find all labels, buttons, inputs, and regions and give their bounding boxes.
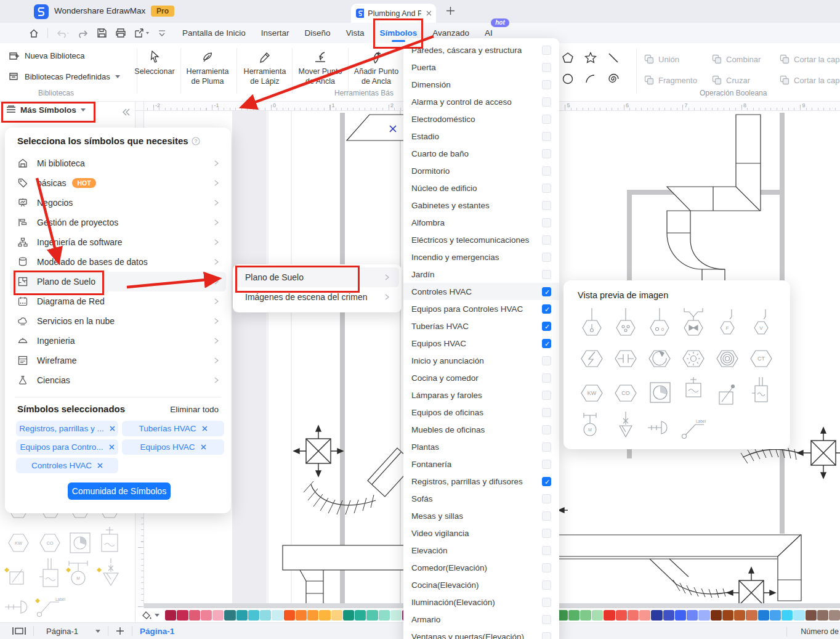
category-row[interactable]: Ventanas y puertas(Elevación) (403, 628, 559, 639)
category-checkbox[interactable] (542, 115, 551, 124)
category-row[interactable]: Incendio y emergencias (403, 248, 559, 266)
motor-starter-symbol[interactable]: M (578, 409, 606, 442)
category-row[interactable]: Equipos de oficinas (403, 404, 559, 421)
category-row[interactable]: Video vigilancia (403, 524, 559, 542)
color-swatch[interactable] (165, 610, 176, 621)
category-row[interactable]: Estadio (403, 128, 559, 145)
flow-sensor-symbol[interactable]: F (713, 306, 741, 339)
library-item-ciencias[interactable]: Ciencias (10, 370, 226, 390)
color-swatch[interactable] (331, 610, 342, 621)
selected-symbol-chip[interactable]: Controles HVAC (16, 458, 118, 473)
color-swatch[interactable] (189, 610, 200, 621)
category-checkbox[interactable] (542, 63, 551, 72)
color-swatch[interactable] (770, 610, 781, 621)
color-swatch[interactable] (592, 610, 603, 621)
category-row[interactable]: Cocina(Elevación) (403, 576, 559, 593)
color-swatch[interactable] (663, 610, 674, 621)
clock-meter-symbol[interactable] (645, 375, 674, 408)
chevron-down-icon[interactable] (95, 630, 100, 633)
category-row[interactable]: Registros, parrillas y difusores (403, 473, 559, 490)
star-shape-tool[interactable] (583, 50, 599, 66)
color-swatch[interactable] (734, 610, 745, 621)
color-swatch[interactable] (177, 610, 188, 621)
more-symbols-button[interactable]: Más Símbolos (6, 105, 86, 115)
temperature-sensor-symbol[interactable]: 0 (645, 306, 674, 339)
color-swatch[interactable] (284, 610, 295, 621)
category-row[interactable]: Inicio y anunciación (403, 352, 559, 369)
category-row[interactable]: Equipos para Controles HVAC (403, 300, 559, 317)
move-anchor-button[interactable]: Mover Puntode Ancla (292, 51, 349, 87)
category-row[interactable]: Muebles de oficinas (403, 421, 559, 438)
spiral-shape-tool[interactable] (605, 71, 621, 87)
category-row[interactable]: Eléctricos y telecomunicaciones (403, 231, 559, 248)
color-swatch[interactable] (651, 610, 662, 621)
power-hex-symbol[interactable] (578, 340, 606, 373)
category-checkbox[interactable] (542, 563, 551, 572)
chevron-down-icon[interactable] (155, 614, 160, 617)
color-swatch[interactable] (201, 610, 212, 621)
category-row[interactable]: Armario (403, 611, 559, 628)
category-checkbox[interactable] (542, 373, 551, 383)
category-row[interactable]: Alarma y control de acceso (403, 93, 559, 110)
rotation-hex-symbol[interactable] (645, 340, 674, 373)
library-item-mi-biblioteca[interactable]: Mi biblioteca (10, 153, 226, 173)
remove-chip-icon[interactable] (202, 426, 208, 431)
sun-hex-symbol[interactable] (679, 340, 708, 373)
category-checkbox[interactable] (542, 97, 551, 107)
menu-item[interactable]: Vista (346, 23, 365, 43)
predefined-libraries-button[interactable]: Bibliotecas Predefinidas (9, 71, 120, 82)
category-checkbox[interactable] (542, 529, 551, 538)
category-checkbox[interactable] (542, 80, 551, 89)
ct-hex-symbol[interactable]: CT (747, 340, 775, 373)
undo-icon[interactable] (56, 28, 70, 38)
color-swatch[interactable] (675, 610, 686, 621)
category-row[interactable]: Elevación (403, 542, 559, 559)
target-hex-symbol[interactable] (713, 340, 741, 373)
capacitor-hex-symbol[interactable] (612, 340, 640, 373)
category-checkbox[interactable] (542, 253, 551, 262)
new-library-button[interactable]: Nueva Biblioteca (9, 51, 85, 61)
valve-actuator-symbol[interactable] (679, 306, 708, 339)
boolean-op-button[interactable]: Unión (644, 54, 712, 64)
redo-icon[interactable] (78, 28, 89, 38)
boolean-op-button[interactable]: Cortar la capa (780, 54, 840, 64)
page-dropdown[interactable]: Página-1 (46, 627, 78, 636)
category-checkbox[interactable] (542, 149, 551, 158)
category-row[interactable]: Controles HVAC (403, 283, 559, 300)
color-swatch[interactable] (829, 610, 840, 621)
color-swatch[interactable] (236, 610, 248, 621)
category-row[interactable]: Cuarto de baño (403, 145, 559, 162)
menu-item[interactable]: Insertar (261, 23, 289, 43)
color-swatch[interactable] (355, 610, 366, 621)
library-item-basicas[interactable]: básicas HOT (10, 173, 226, 193)
category-checkbox[interactable] (542, 201, 551, 210)
pen-tool-button[interactable]: Herramientade Pluma (179, 51, 236, 87)
color-swatch[interactable] (687, 610, 698, 621)
duct-coil-symbol[interactable] (747, 375, 775, 408)
category-checkbox[interactable] (542, 598, 551, 607)
category-checkbox[interactable] (542, 425, 551, 434)
kw-hex-symbol[interactable]: KW (578, 375, 606, 408)
color-swatch[interactable] (758, 610, 769, 621)
color-swatch[interactable] (628, 610, 639, 621)
color-swatch[interactable] (746, 610, 757, 621)
color-swatch[interactable] (806, 610, 817, 621)
color-swatch[interactable] (390, 610, 402, 621)
category-row[interactable]: Núcleo de edificio (403, 179, 559, 197)
library-item-plano-suelo[interactable]: Plano de Suelo (10, 272, 226, 291)
velocity-sensor-symbol[interactable]: V (747, 306, 775, 339)
category-row[interactable]: Cocina y comedor (403, 369, 559, 386)
category-checkbox[interactable] (542, 322, 551, 331)
category-checkbox[interactable] (542, 46, 551, 55)
category-checkbox[interactable] (542, 339, 551, 348)
color-swatch[interactable] (604, 610, 615, 621)
library-item-bases-datos[interactable]: Modelado de bases de datos (10, 252, 226, 272)
remove-all-button[interactable]: Eliminar todo (170, 405, 219, 414)
submenu-item-plano-suelo[interactable]: Plano de Suelo (235, 267, 399, 287)
category-row[interactable]: Dimensión (403, 76, 559, 93)
fill-bucket-icon[interactable] (142, 611, 153, 621)
category-checkbox[interactable] (542, 218, 551, 227)
category-row[interactable]: Lámparas y faroles (403, 386, 559, 404)
color-swatch[interactable] (212, 610, 224, 621)
library-item-negocios[interactable]: Negocios (10, 193, 226, 213)
